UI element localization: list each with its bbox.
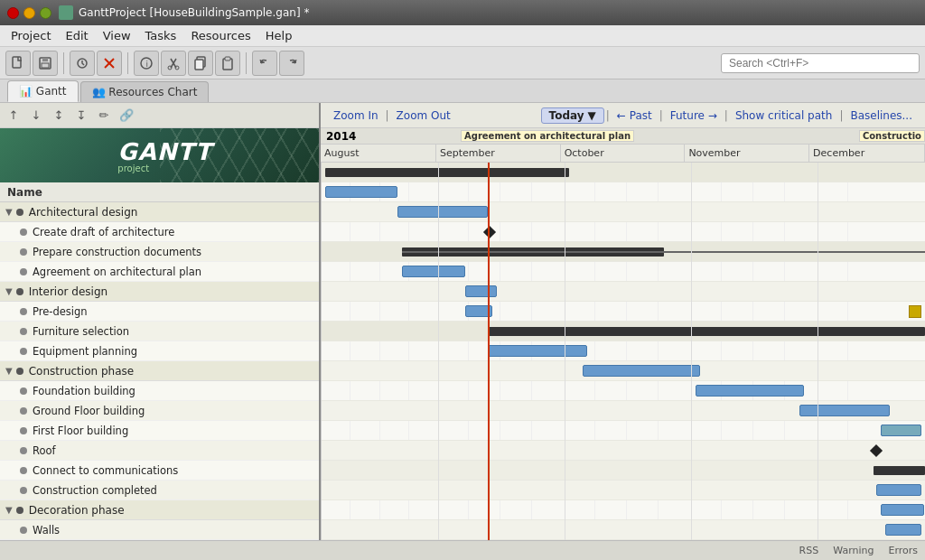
zoom-in-button[interactable]: Zoom In [328,109,384,122]
task-walls[interactable]: Walls [0,520,319,540]
toolbar: i [0,47,925,79]
edit-button[interactable]: ✏ [94,106,114,126]
task-tree[interactable]: ▼ Architectural design Create draft of a… [0,202,319,540]
main-area: ↑ ↓ ↕ ↧ ✏ 🔗 GANTT project Name ▼ [0,103,925,540]
dropdown-icon: ▼ [588,109,596,122]
info-button[interactable]: i [134,51,159,76]
critical-path-button[interactable]: Show critical path [730,109,837,122]
expand-icon[interactable]: ▼ [5,286,13,296]
gantt-bar-furniture [881,504,924,516]
window-controls [7,7,51,19]
undo-button[interactable] [252,51,277,76]
indent-button[interactable]: ↕ [49,106,69,126]
gantt-bar-draft [325,186,397,198]
expand-icon[interactable]: ▼ [5,207,13,217]
group-construction[interactable]: ▼ Construction phase [0,361,319,381]
item-bullet [20,387,27,395]
gantt-row-group-interior [321,242,925,262]
task-communications[interactable]: Connect to communications [0,461,319,481]
gantt-year: 2014 [326,130,356,143]
item-bullet [20,328,27,335]
past-button[interactable]: ← Past [612,109,658,122]
task-roof[interactable]: Roof [0,441,319,461]
group-bullet [16,368,23,375]
link-button[interactable]: 🔗 [117,106,136,126]
task-agreement[interactable]: Agreement on architectural plan [0,262,319,282]
move-down-button[interactable]: ↓ [26,106,46,126]
gantt-bar-first-floor [696,385,804,397]
outdent-button[interactable]: ↧ [71,106,91,126]
task-prepare-docs[interactable]: Prepare construction documents [0,242,319,262]
menu-help[interactable]: Help [258,27,300,44]
today-button[interactable]: Today ▼ [541,107,604,124]
left-panel: ↑ ↓ ↕ ↧ ✏ 🔗 GANTT project Name ▼ [0,103,321,540]
group-bullet [16,288,23,295]
group-interior[interactable]: ▼ Interior design [0,282,319,302]
status-errors: Errors [888,545,918,556]
toolbar-sep: | [837,109,845,122]
gantt-bar-foundation [488,345,587,357]
logo-wrapper: GANTT project [107,138,211,173]
maximize-button[interactable] [40,7,51,19]
expand-icon[interactable]: ▼ [5,505,13,515]
svg-rect-2 [42,58,48,61]
task-construction-completed[interactable]: Construction completed [0,481,319,500]
task-predesign[interactable]: Pre-design [0,302,319,322]
group-decoration[interactable]: ▼ Decoration phase [0,500,319,520]
new-button[interactable] [5,51,31,76]
menu-resources[interactable]: Resources [183,27,257,44]
item-bullet [20,348,27,355]
search-input[interactable] [721,53,920,73]
month-august: August [321,145,436,162]
gantt-row-predesign [321,262,925,282]
cut-button[interactable] [161,51,186,76]
tab-resources[interactable]: 👥 Resources Chart [80,81,210,102]
menu-project[interactable]: Project [4,27,58,44]
grid-line [818,163,818,540]
task-create-draft[interactable]: Create draft of architecture [0,222,319,242]
task-label: Equipment planning [33,345,137,358]
future-button[interactable]: Future → [665,109,723,122]
task-label: Walls [33,524,60,537]
group-architectural[interactable]: ▼ Architectural design [0,202,319,222]
delete-button[interactable] [97,51,122,76]
gantt-row-construction-completed [321,441,925,461]
group-bullet [16,507,23,514]
menu-tasks[interactable]: Tasks [138,27,184,44]
left-toolbar: ↑ ↓ ↕ ↧ ✏ 🔗 [0,103,319,128]
menu-edit[interactable]: Edit [58,27,95,44]
status-warning: Warning [833,545,874,556]
task-furniture-sel[interactable]: Furniture selection [0,322,319,341]
task-label: Ground Floor building [33,405,145,417]
gantt-bar-ground-floor [583,365,700,377]
task-first-floor[interactable]: First Floor building [0,421,319,441]
task-label: Construction completed [33,484,157,497]
grid-line [691,163,692,540]
month-november: November [685,145,809,162]
task-foundation[interactable]: Foundation building [0,381,319,401]
group-label: Construction phase [29,365,134,378]
save-button[interactable] [33,51,58,76]
undo-recent-button[interactable] [70,51,95,76]
tab-gantt-icon: 📊 [19,85,36,98]
minimize-button[interactable] [23,7,35,19]
gantt-bar-construction-group [488,327,925,336]
item-bullet [20,527,27,534]
paste-button[interactable] [215,51,240,76]
redo-button[interactable] [279,51,304,76]
svg-rect-12 [195,60,203,70]
task-ground-floor[interactable]: Ground Floor building [0,401,319,421]
task-equipment[interactable]: Equipment planning [0,341,319,361]
menu-view[interactable]: View [96,27,138,44]
tab-gantt[interactable]: 📊 Gantt [7,80,79,102]
gantt-row-group-decoration [321,461,925,481]
group-label: Decoration phase [29,504,125,517]
baselines-button[interactable]: Baselines... [845,109,918,122]
gantt-interior-line [402,251,925,253]
month-october: October [561,145,686,162]
move-up-button[interactable]: ↑ [4,106,23,126]
expand-icon[interactable]: ▼ [5,366,13,376]
close-button[interactable] [7,7,19,19]
copy-button[interactable] [188,51,213,76]
zoom-out-button[interactable]: Zoom Out [391,109,456,122]
